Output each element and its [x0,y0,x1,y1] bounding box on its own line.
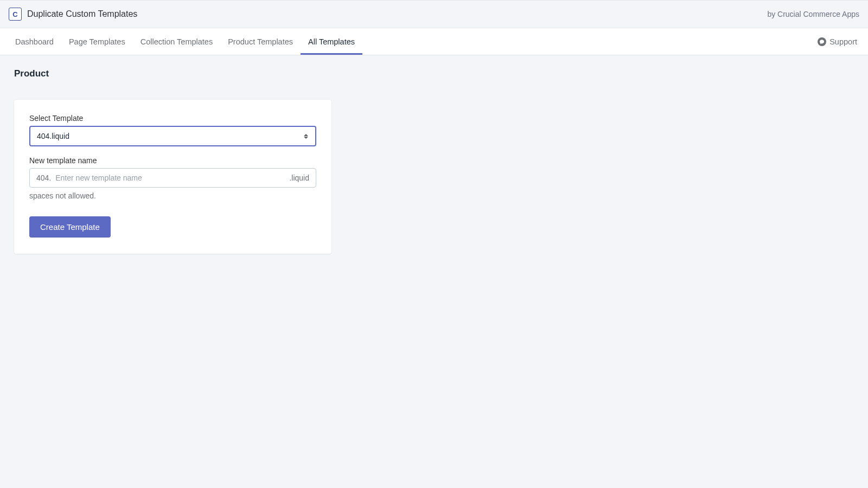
support-label: Support [829,37,857,46]
by-line: by Crucial Commerce Apps [767,10,859,18]
new-template-name-field: New template name 404. .liquid spaces no… [29,156,316,200]
topbar: C Duplicate Custom Templates by Crucial … [0,0,868,28]
chat-icon [818,37,826,46]
tabs-bar: Dashboard Page Templates Collection Temp… [0,28,868,55]
select-caret-icon [303,134,309,139]
select-template-dropdown[interactable]: 404.liquid [29,126,316,146]
support-link[interactable]: Support [814,28,860,55]
app-title: Duplicate Custom Templates [27,9,137,19]
select-template-label: Select Template [29,114,316,123]
tab-all-templates[interactable]: All Templates [301,30,362,55]
create-template-card: Select Template 404.liquid New template … [14,100,331,254]
new-template-name-input-wrap: 404. .liquid [29,168,316,188]
select-template-field: Select Template 404.liquid [29,114,316,146]
topbar-left: C Duplicate Custom Templates [9,8,137,21]
content: Product Select Template 404.liquid New t… [0,55,868,267]
new-template-name-input[interactable] [55,174,285,182]
select-template-value: 404.liquid [37,132,303,140]
template-name-suffix: .liquid [289,174,309,182]
new-template-name-label: New template name [29,156,316,165]
tab-page-templates[interactable]: Page Templates [61,30,133,55]
help-text: spaces not allowed. [29,191,316,200]
template-name-prefix: 404. [36,174,51,182]
create-template-button[interactable]: Create Template [29,216,111,237]
tab-collection-templates[interactable]: Collection Templates [133,30,221,55]
tabs: Dashboard Page Templates Collection Temp… [8,28,362,55]
app-logo-icon: C [9,8,22,21]
tab-dashboard[interactable]: Dashboard [8,30,61,55]
page-title: Product [14,68,854,79]
tab-product-templates[interactable]: Product Templates [220,30,301,55]
